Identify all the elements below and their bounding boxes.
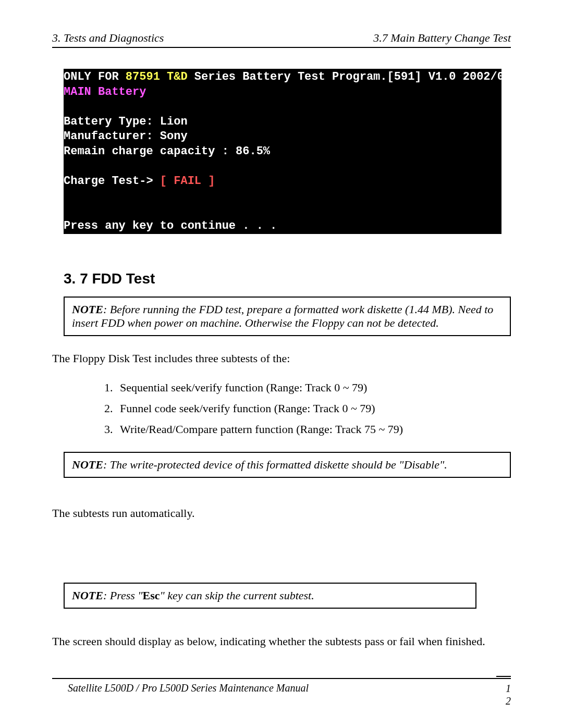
list-item-text: Sequential seek/verify function (Range: … [120, 381, 367, 394]
term-line-11: Press any key to continue . . . [64, 219, 277, 232]
term-line-5: Manufacturer: Sony [64, 130, 188, 143]
list-item: 2.Funnel code seek/verify function (Rang… [104, 402, 511, 415]
note-esc-key: Esc [143, 589, 160, 602]
list-item-text: Funnel code seek/verify function (Range:… [120, 402, 375, 415]
list-item-text: Write/Read/Compare pattern function (Ran… [120, 423, 403, 436]
note-box-2: NOTE: The write-protected device of this… [64, 452, 511, 478]
note-text-b: " key can skip the current subtest. [160, 589, 314, 602]
list-item: 3.Write/Read/Compare pattern function (R… [104, 423, 511, 436]
page: 3. Tests and Diagnostics 3.7 Main Batter… [0, 0, 563, 728]
paragraph-1: The Floppy Disk Test includes three subt… [52, 352, 511, 365]
term-line-4: Battery Type: Lion [64, 115, 188, 128]
terminal-screenshot: ONLY FOR 87591 T&D Series Battery Test P… [64, 69, 501, 234]
note-label: NOTE [72, 303, 103, 316]
list-item: 1.Sequential seek/verify function (Range… [104, 381, 511, 394]
term-line-8a: Charge Test-> [64, 175, 160, 188]
note-box-1: NOTE: Before running the FDD test, prepa… [64, 297, 511, 336]
term-line-1b: 87591 T&D [126, 70, 188, 83]
page-header: 3. Tests and Diagnostics 3.7 Main Batter… [52, 31, 511, 48]
note-label: NOTE [72, 458, 103, 471]
term-line-2: MAIN Battery [64, 85, 146, 98]
page-number: 1 2 [490, 682, 511, 707]
paragraph-2: The subtests run automatically. [52, 507, 511, 520]
note-text: : Before running the FDD test, prepare a… [72, 303, 493, 329]
term-line-1a: ONLY FOR [64, 70, 126, 83]
note-label: NOTE [72, 589, 103, 602]
footer-title: Satellite L500D / Pro L500D Series Maint… [68, 682, 309, 707]
header-right: 3.7 Main Battery Change Test [373, 31, 511, 45]
note-text: : The write-protected device of this for… [103, 458, 447, 471]
paragraph-3: The screen should display as below, indi… [52, 635, 511, 648]
note-text-a: : Press " [103, 589, 143, 602]
term-line-6: Remain charge capacity : 86.5% [64, 145, 270, 158]
term-line-8b: [ FAIL ] [160, 175, 215, 188]
header-left: 3. Tests and Diagnostics [52, 31, 164, 45]
term-line-1c: Series Battery Test Program.[591] V1.0 2… [188, 70, 532, 83]
subtest-list: 1.Sequential seek/verify function (Range… [52, 381, 511, 436]
page-footer: Satellite L500D / Pro L500D Series Maint… [52, 676, 511, 707]
section-title: 3. 7 FDD Test [64, 270, 511, 287]
note-box-3: NOTE: Press "Esc" key can skip the curre… [64, 583, 476, 609]
